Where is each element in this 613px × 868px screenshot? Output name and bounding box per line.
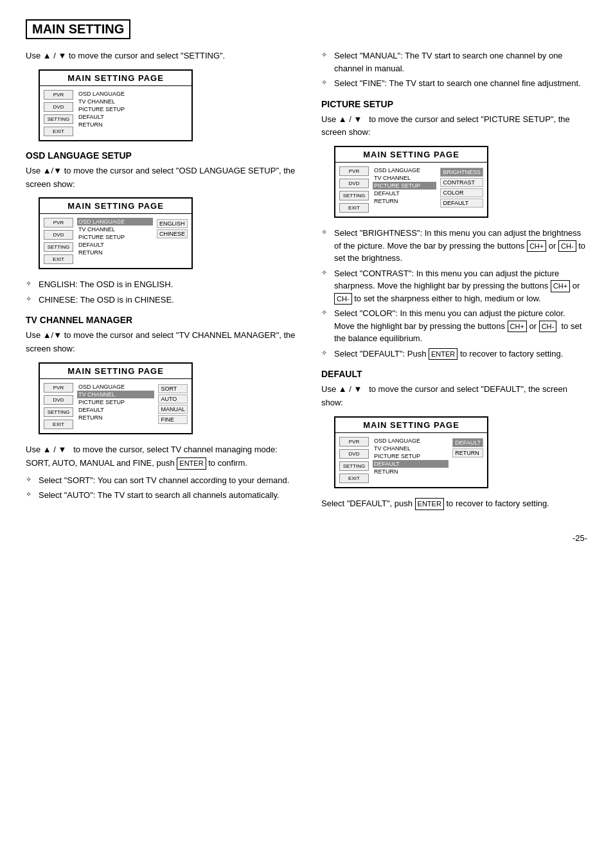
left-column: Use ▲ / ▼ to move the cursor and select … (26, 49, 302, 514)
menu-item-def-def2: DEFAULT (373, 460, 449, 468)
submenu-manual: MANUAL (158, 405, 188, 414)
submenu-brightness: BRIGHTNESS (440, 168, 483, 177)
osd-bullets: ENGLISH: The OSD is in ENGLISH. CHINESE:… (26, 278, 302, 306)
menu-def-default: DEFAULT (77, 113, 188, 121)
default-para: Select "DEFAULT", push ENTER to recover … (321, 497, 587, 511)
menu-item-ret-def2: RETURN (373, 468, 449, 475)
ch-minus-key-1: CH- (558, 240, 576, 252)
menu-item-tv-pic: TV CHANNEL (373, 174, 436, 182)
sidebar-def2: PVR DVD SETTING EXIT (339, 437, 369, 483)
pic-bullet-color: Select "COLOR": In this menu you can adj… (321, 307, 587, 345)
menu-tv: OSD LANGUAGE TV CHANNEL PICTURE SETUP DE… (77, 383, 154, 429)
submenu-default-2: DEFAULT (452, 438, 483, 447)
sidebar-picture: PVR DVD SETTING EXIT (339, 166, 369, 213)
btn-setting-tv: SETTING (44, 407, 73, 417)
btn-dvd-tv: DVD (44, 395, 73, 405)
menu-def2: OSD LANGUAGE TV CHANNEL PICTURE SETUP DE… (373, 437, 449, 483)
btn-setting-pic: SETTING (339, 191, 369, 200)
menu-default: OSD LANGUAGE TV CHANNEL PICTURE SETUP DE… (77, 90, 188, 136)
btn-pvr-def2: PVR (339, 437, 369, 447)
menu-item-pic-def2: PICTURE SETUP (373, 452, 449, 460)
pic-bullet-default: Select "DEFAULT": Push ENTER to recover … (321, 348, 587, 360)
submenu-return-2: RETURN (452, 448, 483, 457)
ch-minus-key-3: CH- (539, 321, 557, 333)
osd-intro: Use ▲/▼ to move the cursor and select "O… (26, 164, 302, 191)
enter-key-default: ENTER (415, 498, 444, 511)
menu-osd: OSD LANGUAGE TV CHANNEL PICTURE SETUP DE… (77, 218, 153, 264)
picture-section-title: PICTURE SETUP (321, 99, 587, 109)
tv-bullet-auto: Select "AUTO": The TV start to search al… (26, 489, 302, 502)
tv-para: Use ▲ / ▼ to move the cursor, select TV … (26, 443, 302, 470)
osd-bullet-1: ENGLISH: The OSD is in ENGLISH. (26, 278, 302, 291)
submenu-osd: ENGLISH CHINESE (157, 218, 188, 264)
sidebar-osd: PVR DVD SETTING EXIT (44, 218, 73, 264)
submenu-english: ENGLISH (157, 219, 188, 228)
enter-key-tv: ENTER (177, 457, 206, 470)
screen-title-tv: MAIN SETTING PAGE (40, 364, 191, 379)
tv-bullet-manual: Select "MANUAL": The TV start to search … (321, 49, 587, 75)
default-intro: Use ▲ / ▼ to move the cursor and select … (321, 383, 587, 410)
pic-bullet-brightness: Select "BRIGHTNESS": In this menu you ca… (321, 227, 587, 265)
menu-item-def-tv: DEFAULT (77, 406, 154, 414)
picture-bullets: Select "BRIGHTNESS": In this menu you ca… (321, 227, 587, 360)
btn-exit-pic: EXIT (339, 203, 369, 213)
menu-item-osd-tv: OSD LANGUAGE (77, 383, 154, 391)
btn-setting-osd: SETTING (44, 242, 73, 252)
btn-exit-osd: EXIT (44, 254, 73, 264)
submenu-def2: DEFAULT RETURN (452, 437, 483, 483)
submenu-color: COLOR (440, 188, 483, 197)
tv-bullet-sort: Select "SORT": You can sort TV channel a… (26, 474, 302, 487)
screen-title-default: MAIN SETTING PAGE (40, 71, 191, 86)
main-title: MAIN SETTING (26, 19, 130, 39)
screen-title-osd: MAIN SETTING PAGE (40, 199, 191, 214)
menu-picture-default: PICTURE SETUP (77, 105, 188, 113)
menu-picture: OSD LANGUAGE TV CHANNEL PICTURE SETUP DE… (373, 166, 436, 213)
enter-key-pic: ENTER (429, 348, 458, 360)
default-section-title: DEFAULT (321, 369, 587, 379)
tv-intro: Use ▲/▼ to move the cursor and select "T… (26, 329, 302, 356)
tv-screen-mockup: MAIN SETTING PAGE PVR DVD SETTING EXIT O… (39, 362, 193, 434)
submenu-fine: FINE (158, 415, 188, 424)
menu-ret-default: RETURN (77, 121, 188, 128)
btn-pvr-default: PVR (44, 90, 73, 100)
submenu-tv: SORT AUTO MANUAL FINE (158, 383, 188, 429)
btn-exit-def2: EXIT (339, 474, 369, 483)
menu-item-tv-osd: TV CHANNEL (77, 226, 153, 233)
menu-item-osd-pic: OSD LANGUAGE (373, 166, 436, 174)
btn-dvd-def2: DVD (339, 449, 369, 459)
btn-setting-def2: SETTING (339, 461, 369, 471)
menu-item-ret-tv: RETURN (77, 414, 154, 421)
tv-section-title: TV CHANNEL MANAGER (26, 315, 302, 325)
menu-osd-default: OSD LANGUAGE (77, 90, 188, 98)
intro-text: Use ▲ / ▼ to move the cursor and select … (26, 49, 302, 63)
menu-item-pic-pic: PICTURE SETUP (373, 182, 436, 190)
osd-bullet-2: CHINESE: The OSD is in CHINESE. (26, 294, 302, 306)
menu-item-ret-osd: RETURN (77, 249, 153, 256)
btn-dvd-default: DVD (44, 102, 73, 112)
osd-screen-mockup: MAIN SETTING PAGE PVR DVD SETTING EXIT O… (39, 197, 193, 269)
btn-dvd-osd: DVD (44, 230, 73, 240)
ch-minus-key-2: CH- (334, 293, 352, 305)
sidebar-default: PVR DVD SETTING EXIT (44, 90, 73, 136)
osd-section-title: OSD LANGUAGE SETUP (26, 150, 302, 161)
ch-plus-key-2: CH+ (551, 280, 570, 292)
picture-intro: Use ▲ / ▼ to move the cursor and select … (321, 113, 587, 140)
tv-bullet-fine: Select "FINE": The TV start to search on… (321, 77, 587, 90)
menu-item-pic-tv: PICTURE SETUP (77, 398, 154, 406)
picture-screen-mockup: MAIN SETTING PAGE PVR DVD SETTING EXIT O… (334, 146, 488, 218)
screen-title-picture: MAIN SETTING PAGE (335, 147, 487, 163)
menu-item-osd-lang: OSD LANGUAGE (77, 218, 153, 226)
tv-bullets: Select "SORT": You can sort TV channel a… (26, 474, 302, 502)
btn-exit-default: EXIT (44, 127, 73, 136)
btn-pvr-tv: PVR (44, 383, 73, 393)
submenu-picture: BRIGHTNESS CONTRAST COLOR DEFAULT (440, 166, 483, 213)
menu-item-tv-tv: TV CHANNEL (77, 391, 154, 398)
sidebar-tv: PVR DVD SETTING EXIT (44, 383, 73, 429)
submenu-sort: SORT (158, 384, 188, 393)
submenu-pic-default: DEFAULT (440, 199, 483, 208)
tv-bullets-right: Select "MANUAL": The TV start to search … (321, 49, 587, 90)
menu-item-def-osd: DEFAULT (77, 241, 153, 249)
btn-exit-tv: EXIT (44, 420, 73, 429)
menu-item-osd-def2: OSD LANGUAGE (373, 437, 449, 445)
btn-pvr-pic: PVR (339, 166, 369, 176)
